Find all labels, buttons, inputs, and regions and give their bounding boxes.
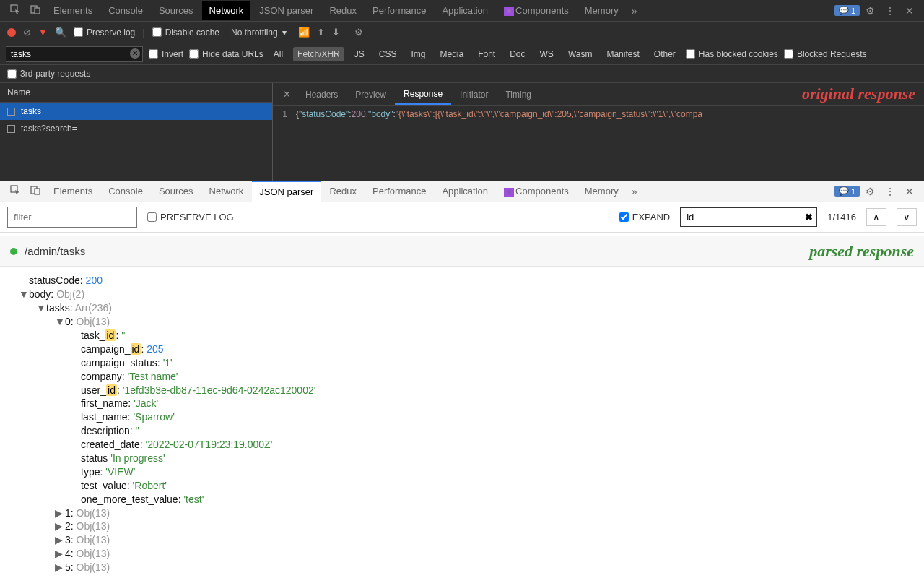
filter-icon[interactable]: ▼	[38, 27, 48, 38]
preserve-log-input[interactable]	[147, 212, 157, 222]
tab-application[interactable]: Application	[435, 1, 495, 20]
tree-row-tasks[interactable]: ▼tasks: Arr(236)	[14, 301, 910, 315]
expand-input[interactable]	[619, 212, 629, 222]
invert-input[interactable]	[149, 49, 158, 59]
blocked-cookies-input[interactable]	[686, 49, 695, 59]
device-toggle-icon[interactable]	[26, 1, 45, 20]
chevron-right-icon[interactable]: ▶	[55, 519, 65, 533]
tab-performance[interactable]: Performance	[365, 181, 433, 201]
chevron-right-icon[interactable]: ▶	[55, 547, 65, 561]
clear-icon[interactable]: ⊘	[23, 27, 31, 38]
tree-row-item-5[interactable]: ▶5: Obj(13)	[14, 561, 910, 574]
filter-type-all[interactable]: All	[269, 47, 287, 61]
close-icon[interactable]: ✕	[901, 183, 918, 200]
download-icon[interactable]: ⬇	[332, 27, 340, 38]
tab-console[interactable]: Console	[101, 1, 150, 20]
disable-cache-checkbox[interactable]: Disable cache	[152, 27, 219, 38]
settings-icon[interactable]: ⚙	[861, 2, 879, 20]
kebab-menu-icon[interactable]: ⋮	[881, 2, 899, 20]
upload-icon[interactable]: ⬆	[317, 27, 325, 38]
throttling-select[interactable]: No throttling ▾	[227, 25, 291, 40]
chevron-down-icon[interactable]: ▼	[36, 301, 46, 315]
invert-checkbox[interactable]: Invert	[149, 49, 183, 59]
blocked-requests-checkbox[interactable]: Blocked Requests	[784, 49, 867, 59]
device-toggle-icon[interactable]	[26, 182, 45, 200]
tab-memory[interactable]: Memory	[578, 1, 626, 20]
filter-type-ws[interactable]: WS	[536, 47, 558, 61]
filter-type-wasm[interactable]: Wasm	[564, 47, 597, 61]
tab-json-parser[interactable]: JSON parser	[252, 1, 321, 20]
tab-application[interactable]: Application	[435, 181, 495, 201]
close-panel-icon[interactable]: ✕	[277, 86, 297, 103]
search-next-button[interactable]: ∨	[897, 208, 917, 226]
tab-components[interactable]: ⚛Components	[497, 181, 576, 201]
filter-clear-icon[interactable]: ✕	[130, 48, 140, 59]
response-tab-headers[interactable]: Headers	[297, 85, 346, 104]
filter-type-media[interactable]: Media	[435, 47, 468, 61]
request-item-tasks-search[interactable]: tasks?search=	[0, 120, 272, 137]
third-party-input[interactable]	[7, 69, 17, 79]
tab-performance[interactable]: Performance	[365, 1, 433, 20]
tree-row-item-3[interactable]: ▶3: Obj(13)	[14, 533, 910, 547]
response-tab-initiator[interactable]: Initiator	[451, 85, 497, 104]
json-search-input[interactable]	[680, 207, 817, 227]
response-tab-response[interactable]: Response	[395, 85, 451, 105]
tree-row-item-1[interactable]: ▶1: Obj(13)	[14, 506, 910, 520]
inspect-icon[interactable]	[6, 1, 25, 20]
endpoint-row[interactable]: /admin/tasks parsed response	[0, 236, 924, 267]
search-prev-button[interactable]: ∧	[866, 208, 886, 226]
filter-type-font[interactable]: Font	[474, 47, 500, 61]
filter-type-img[interactable]: Img	[406, 47, 430, 61]
settings-gear-icon[interactable]: ⚙	[354, 27, 363, 38]
tab-network[interactable]: Network	[202, 1, 251, 20]
chevron-right-icon[interactable]: ▶	[55, 561, 65, 574]
tree-row-item-2[interactable]: ▶2: Obj(13)	[14, 519, 910, 533]
disable-cache-input[interactable]	[152, 27, 162, 37]
tab-memory[interactable]: Memory	[578, 181, 626, 201]
chevron-down-icon[interactable]: ▼	[55, 315, 65, 329]
error-badge[interactable]: 💬 1	[834, 186, 860, 197]
filter-type-fetch-xhr[interactable]: Fetch/XHR	[293, 47, 344, 61]
filter-type-css[interactable]: CSS	[375, 47, 401, 61]
tab-sources[interactable]: Sources	[152, 181, 201, 201]
hide-data-urls-checkbox[interactable]: Hide data URLs	[189, 49, 263, 59]
response-tab-preview[interactable]: Preview	[346, 85, 395, 104]
record-button[interactable]	[7, 28, 16, 37]
search-clear-icon[interactable]: ✖	[805, 212, 813, 223]
chevron-down-icon[interactable]: ▼	[19, 288, 29, 301]
tab-sources[interactable]: Sources	[152, 1, 201, 20]
error-badge[interactable]: 💬 1	[834, 5, 860, 16]
tree-row-item-4[interactable]: ▶4: Obj(13)	[14, 547, 910, 561]
tab-network[interactable]: Network	[202, 181, 251, 201]
preserve-log-checkbox[interactable]: PRESERVE LOG	[147, 212, 234, 223]
tab-elements[interactable]: Elements	[46, 181, 100, 201]
inspect-icon[interactable]	[6, 182, 25, 200]
blocked-requests-input[interactable]	[784, 49, 793, 59]
close-icon[interactable]: ✕	[901, 2, 918, 20]
hide-data-urls-input[interactable]	[189, 49, 199, 59]
chevron-right-icon[interactable]: ▶	[55, 506, 65, 520]
settings-icon[interactable]: ⚙	[861, 183, 879, 200]
more-tabs-icon[interactable]: »	[627, 183, 642, 200]
tab-redux[interactable]: Redux	[322, 1, 364, 20]
filter-type-other[interactable]: Other	[650, 47, 680, 61]
tree-row-body[interactable]: ▼body: Obj(2)	[14, 288, 910, 301]
expand-checkbox[interactable]: EXPAND	[619, 212, 671, 223]
request-item-tasks[interactable]: tasks	[0, 103, 272, 120]
tab-components[interactable]: ⚛Components	[497, 1, 576, 20]
chevron-right-icon[interactable]: ▶	[55, 533, 65, 547]
tab-redux[interactable]: Redux	[322, 181, 364, 201]
filter-type-manifest[interactable]: Manifest	[602, 47, 643, 61]
more-tabs-icon[interactable]: »	[627, 2, 642, 20]
preserve-log-checkbox[interactable]: Preserve log	[74, 27, 135, 38]
third-party-checkbox[interactable]: 3rd-party requests	[7, 69, 917, 79]
preserve-log-input[interactable]	[74, 27, 83, 37]
kebab-menu-icon[interactable]: ⋮	[881, 183, 899, 200]
tab-json-parser[interactable]: JSON parser	[252, 181, 321, 202]
tree-row-item-0[interactable]: ▼0: Obj(13)	[14, 315, 910, 329]
tab-elements[interactable]: Elements	[46, 1, 100, 20]
json-filter-input[interactable]	[7, 207, 137, 228]
search-icon[interactable]: 🔍	[55, 27, 66, 38]
response-tab-timing[interactable]: Timing	[497, 85, 540, 104]
filter-type-doc[interactable]: Doc	[505, 47, 529, 61]
